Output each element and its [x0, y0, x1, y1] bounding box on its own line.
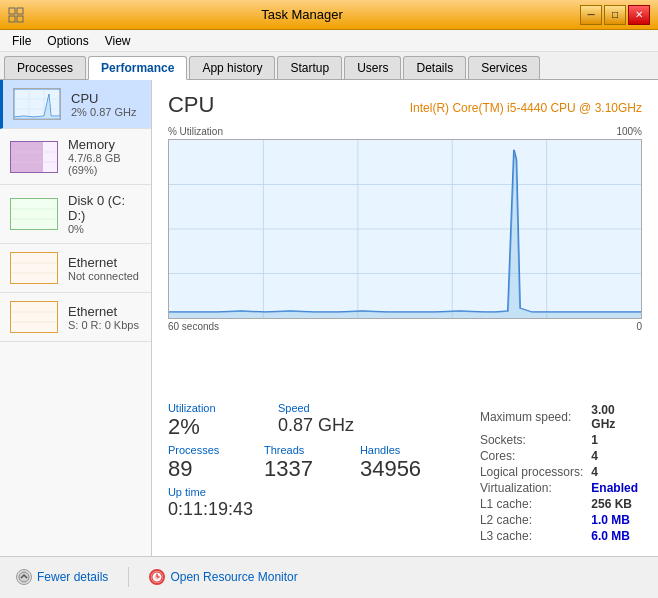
- fewer-details-icon: [16, 569, 32, 585]
- svg-rect-1: [17, 8, 23, 14]
- menu-file[interactable]: File: [4, 32, 39, 50]
- graph-max-label: 100%: [616, 126, 642, 137]
- app-icon: [8, 7, 24, 23]
- sidebar: CPU 2% 0.87 GHz Memory 4.7/6.8 GB (69%): [0, 80, 152, 556]
- disk-info: Disk 0 (C: D:) 0%: [68, 193, 141, 235]
- title-bar: Task Manager ─ □ ✕: [0, 0, 658, 30]
- menu-bar: File Options View: [0, 30, 658, 52]
- uptime-value: 0:11:19:43: [168, 500, 440, 518]
- max-speed-value: 3.00 GHz: [587, 402, 642, 432]
- sidebar-item-cpu[interactable]: CPU 2% 0.87 GHz: [0, 80, 151, 129]
- left-stats: Utilization 2% Speed 0.87 GHz Processes …: [168, 402, 440, 518]
- tab-startup[interactable]: Startup: [277, 56, 342, 79]
- main-content: CPU 2% 0.87 GHz Memory 4.7/6.8 GB (69%): [0, 80, 658, 556]
- l1-label: L1 cache:: [476, 496, 587, 512]
- cpu-graph: [168, 139, 642, 319]
- maximize-button[interactable]: □: [604, 5, 626, 25]
- logical-value: 4: [587, 464, 642, 480]
- monitor-icon: [149, 569, 165, 585]
- graph-label-row: % Utilization 100%: [168, 126, 642, 137]
- tab-services[interactable]: Services: [468, 56, 540, 79]
- handles-label: Handles: [360, 444, 440, 456]
- tab-app-history[interactable]: App history: [189, 56, 275, 79]
- minimize-button[interactable]: ─: [580, 5, 602, 25]
- processes-threads-handles-row: Processes 89 Threads 1337 Handles 34956: [168, 444, 440, 480]
- handles-stat: Handles 34956: [360, 444, 440, 480]
- sockets-label: Sockets:: [476, 432, 587, 448]
- l2-value: 1.0 MB: [587, 512, 642, 528]
- ethernet1-info: Ethernet Not connected: [68, 255, 141, 282]
- ethernet2-name: Ethernet: [68, 304, 141, 319]
- open-monitor-label: Open Resource Monitor: [170, 570, 297, 584]
- logical-label: Logical processors:: [476, 464, 587, 480]
- ethernet1-thumbnail: [10, 252, 58, 284]
- open-monitor-link[interactable]: Open Resource Monitor: [149, 569, 297, 585]
- stats-area: Utilization 2% Speed 0.87 GHz Processes …: [168, 402, 642, 544]
- sidebar-item-memory[interactable]: Memory 4.7/6.8 GB (69%): [0, 129, 151, 185]
- cpu-header: CPU Intel(R) Core(TM) i5-4440 CPU @ 3.10…: [168, 92, 642, 118]
- speed-label: Speed: [278, 402, 358, 414]
- utilization-label: Utilization: [168, 402, 248, 414]
- memory-value: 4.7/6.8 GB (69%): [68, 152, 141, 176]
- cores-label: Cores:: [476, 448, 587, 464]
- disk-value: 0%: [68, 223, 141, 235]
- threads-stat: Threads 1337: [264, 444, 344, 480]
- utilization-stat: Utilization 2%: [168, 402, 248, 438]
- window-controls: ─ □ ✕: [580, 5, 650, 25]
- uptime-label: Up time: [168, 486, 440, 498]
- disk-thumbnail: [10, 198, 58, 230]
- threads-label: Threads: [264, 444, 344, 456]
- bottom-bar: Fewer details Open Resource Monitor: [0, 556, 658, 596]
- speed-stat: Speed 0.87 GHz: [278, 402, 358, 438]
- utilization-value: 2%: [168, 416, 248, 438]
- memory-thumbnail: [10, 141, 58, 173]
- window-title: Task Manager: [24, 7, 580, 22]
- max-speed-label: Maximum speed:: [476, 402, 587, 432]
- svg-point-33: [19, 572, 29, 582]
- menu-options[interactable]: Options: [39, 32, 96, 50]
- tab-details[interactable]: Details: [403, 56, 466, 79]
- menu-view[interactable]: View: [97, 32, 139, 50]
- memory-name: Memory: [68, 137, 141, 152]
- fewer-details-label: Fewer details: [37, 570, 108, 584]
- svg-rect-15: [11, 199, 57, 229]
- tab-bar: Processes Performance App history Startu…: [0, 52, 658, 80]
- ethernet2-value: S: 0 R: 0 Kbps: [68, 319, 141, 331]
- tab-performance[interactable]: Performance: [88, 56, 187, 80]
- cpu-panel-title: CPU: [168, 92, 214, 118]
- sidebar-item-ethernet1[interactable]: Ethernet Not connected: [0, 244, 151, 293]
- ethernet2-info: Ethernet S: 0 R: 0 Kbps: [68, 304, 141, 331]
- tab-users[interactable]: Users: [344, 56, 401, 79]
- svg-rect-18: [11, 253, 57, 283]
- svg-rect-21: [11, 302, 57, 332]
- cpu-panel: CPU Intel(R) Core(TM) i5-4440 CPU @ 3.10…: [152, 80, 658, 556]
- cpu-value: 2% 0.87 GHz: [71, 106, 141, 118]
- disk-name: Disk 0 (C: D:): [68, 193, 141, 223]
- graph-right-label: 0: [636, 321, 642, 332]
- tab-processes[interactable]: Processes: [4, 56, 86, 79]
- l3-value: 6.0 MB: [587, 528, 642, 544]
- l1-value: 256 KB: [587, 496, 642, 512]
- uptime-stat: Up time 0:11:19:43: [168, 486, 440, 518]
- virt-value: Enabled: [587, 480, 642, 496]
- cores-value: 4: [587, 448, 642, 464]
- graph-bottom-labels: 60 seconds 0: [168, 321, 642, 332]
- sidebar-item-disk[interactable]: Disk 0 (C: D:) 0%: [0, 185, 151, 244]
- ethernet1-name: Ethernet: [68, 255, 141, 270]
- svg-rect-0: [9, 8, 15, 14]
- cpu-graph-container: % Utilization 100%: [168, 126, 642, 394]
- sidebar-item-ethernet2[interactable]: Ethernet S: 0 R: 0 Kbps: [0, 293, 151, 342]
- graph-time-label: 60 seconds: [168, 321, 219, 332]
- speed-value: 0.87 GHz: [278, 416, 358, 434]
- utilization-speed-row: Utilization 2% Speed 0.87 GHz: [168, 402, 440, 438]
- l2-label: L2 cache:: [476, 512, 587, 528]
- svg-rect-4: [14, 89, 60, 119]
- svg-rect-3: [17, 16, 23, 22]
- l3-label: L3 cache:: [476, 528, 587, 544]
- close-button[interactable]: ✕: [628, 5, 650, 25]
- svg-rect-12: [11, 142, 43, 172]
- handles-value: 34956: [360, 458, 440, 480]
- sockets-value: 1: [587, 432, 642, 448]
- fewer-details-link[interactable]: Fewer details: [16, 569, 108, 585]
- processes-value: 89: [168, 458, 248, 480]
